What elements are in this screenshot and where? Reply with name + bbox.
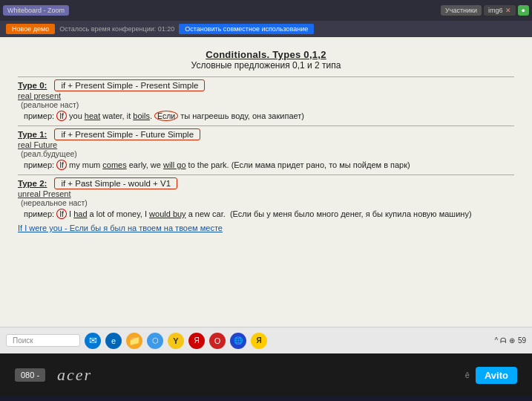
avito-text: ê [465,371,470,379]
system-tray: ^ ᗩ ⊕ 59 [494,336,526,345]
img6-tab[interactable]: img6 ✕ [484,5,516,16]
active-indicator: ● [518,5,529,16]
type0-example: пример: If you heat water, it boils. Есл… [18,111,514,121]
zoom-toolbar: Новое демо Осталось время конференции: 0… [0,21,532,37]
participants-btn[interactable]: Участники [441,5,482,16]
mail-icon[interactable]: ✉ [85,333,101,349]
type1-label: Type 1: [18,130,47,139]
if-were-text: If I were you - Если бы я был на твоем н… [18,224,514,232]
type0-label: Type 0: [18,81,47,90]
stop-share-btn[interactable]: Остановить совместное использование [179,24,314,34]
browser-icon[interactable]: 🌐 [230,333,246,349]
windows-search[interactable]: Поиск [6,334,80,347]
yandex-icon[interactable]: Я [188,333,205,349]
main-title: Conditionals. Types 0,1,2 [18,49,514,60]
windows-taskbar: Поиск ✉ e 📁 ⬡ Y Я O 🌐 Я ^ ᗩ ⊕ 59 [0,327,532,353]
type2-section: Type 2: if + Past Simple - would + V1 un… [18,175,514,219]
acer-logo: acer [57,365,92,385]
new-demo-btn[interactable]: Новое демо [6,24,55,34]
top-taskbar: Whiteboard - Zoom Участники img6 ✕ ● [0,0,532,21]
edge-icon[interactable]: e [105,333,122,349]
if-circle-1: If [56,160,67,170]
type2-subtitle: unreal Present [18,189,514,198]
type0-note: (реальное наст) [18,100,514,109]
files-icon[interactable]: 📁 [126,333,142,349]
type0-subtitle: real present [18,91,514,100]
type2-label: Type 2: [18,179,47,188]
subtitle: Условные предложения 0,1 и 2 типа [18,60,514,71]
y-icon[interactable]: Y [168,333,184,349]
opera-icon[interactable]: O [209,333,226,349]
type2-example: пример: If I had a lot of money, I would… [18,209,514,219]
brand-bar: 080 - acer ê Avito [0,353,532,397]
type1-section: Type 1: if + Present Simple - Future Sim… [18,125,514,170]
resolution-label: 080 - [15,368,45,382]
dropbox-icon[interactable]: ⬡ [147,333,163,349]
type0-formula: if + Present Simple - Present Simple [54,79,205,91]
type2-note: (нереальное наст) [18,198,514,207]
avito-badge: Avito [476,367,517,384]
yandex2-icon[interactable]: Я [251,333,267,349]
type1-formula: if + Present Simple - Future Simple [54,128,200,140]
close-icon[interactable]: ✕ [505,7,511,14]
timer-text: Осталось время конференции: 01:20 [59,25,174,33]
if-circle-2: If [56,209,67,219]
type1-subtitle: real Future [18,140,514,149]
whiteboard-app-btn[interactable]: Whiteboard - Zoom [3,5,69,16]
type1-example: пример: If my mum comes early, we will g… [18,160,514,170]
if-circle-0: If [56,111,67,121]
type0-section: Type 0: if + Present Simple - Present Si… [18,76,514,121]
type1-note: (реал.будущее) [18,149,514,158]
type2-formula: if + Past Simple - would + V1 [54,177,177,189]
whiteboard-area: Conditionals. Types 0,1,2 Условные предл… [0,37,532,327]
